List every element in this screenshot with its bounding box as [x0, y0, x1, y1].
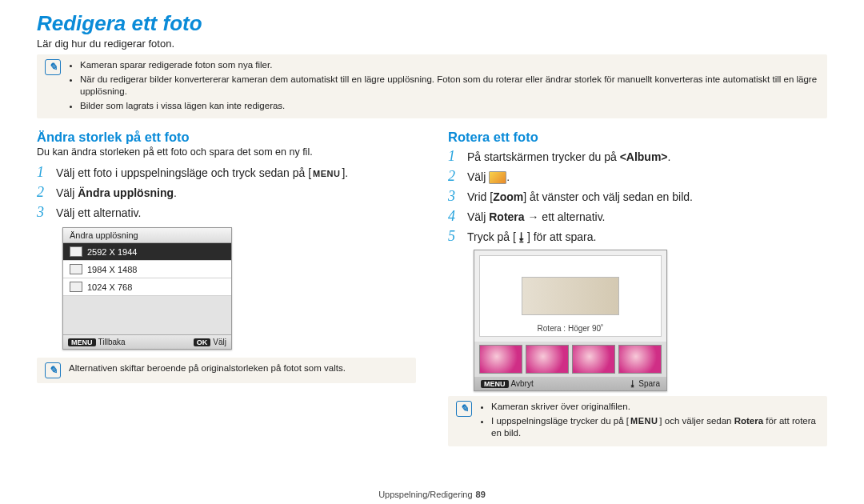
step-number: 1 [448, 148, 459, 165]
rotate-preview: Rotera : Höger 90˚ MENUAvbryt ⭳ Spara [474, 250, 667, 391]
resize-heading: Ändra storlek på ett foto [37, 130, 416, 145]
step-text: På startskärmen trycker du på <Album>. [467, 150, 670, 163]
top-note-box: ✎ Kameran sparar redigerade foton som ny… [37, 54, 827, 118]
resolution-option[interactable]: 1984 X 1488 [63, 261, 231, 278]
resolution-thumb-icon [70, 282, 82, 292]
rotation-label: Rotera : Höger 90˚ [538, 324, 604, 333]
resolution-option[interactable]: 2592 X 1944 [63, 243, 231, 261]
menu-back-button[interactable]: MENUTillbaka [68, 338, 126, 346]
top-note-item: Bilder som lagrats i vissa lägen kan int… [80, 100, 819, 113]
note-icon: ✎ [45, 59, 61, 75]
top-note-item: När du redigerar bilder konvertererar ka… [80, 74, 819, 98]
step-number: 2 [448, 168, 459, 185]
rotate-note-box: ✎ Kameran skriver över originalfilen. I … [448, 396, 827, 446]
step-number: 2 [37, 184, 48, 201]
save-icon: ⭳ [629, 379, 637, 388]
note-icon: ✎ [45, 362, 61, 378]
section-resize: Ändra storlek på ett foto Du kan ändra s… [37, 130, 416, 458]
rotate-note-item: Kameran skriver över originalfilen. [491, 401, 819, 414]
page-title: Redigera ett foto [37, 11, 827, 36]
resolution-menu-header: Ändra upplösning [63, 228, 231, 243]
section-rotate: Rotera ett foto 1 På startskärmen trycke… [448, 130, 827, 458]
resize-note-text: Alternativen skiftar beroende på origina… [69, 362, 346, 378]
page-footer: Uppspelning/Redigering89 [0, 490, 864, 499]
step-text: Tryck på [⭳] för att spara. [467, 230, 596, 243]
step-text: Välj Rotera → ett alternativ. [467, 210, 606, 223]
step-number: 1 [37, 164, 48, 181]
preview-save-button[interactable]: ⭳ Spara [629, 379, 660, 388]
step-number: 5 [448, 228, 459, 245]
top-note-item: Kameran sparar redigerade foton som nya … [80, 59, 819, 72]
menu-select-button[interactable]: OKVälj [194, 338, 226, 346]
thumbnail[interactable] [526, 345, 569, 374]
step-number: 4 [448, 208, 459, 225]
rotate-heading: Rotera ett foto [448, 130, 827, 145]
rotate-note-item: I uppspelningsläge trycker du på [MENU] … [491, 415, 819, 440]
thumbnail[interactable] [572, 345, 615, 374]
step-number: 3 [37, 204, 48, 221]
step-text: Vrid [Zoom] åt vänster och välj sedan en… [467, 190, 693, 203]
step-text: Välj Ändra upplösning. [56, 186, 177, 199]
step-text: Välj ett alternativ. [56, 206, 141, 219]
resolution-thumb-icon [70, 246, 82, 257]
edit-icon [489, 171, 506, 184]
intro-text: Lär dig hur du redigerar foton. [37, 38, 827, 50]
resolution-thumb-icon [70, 264, 82, 274]
save-icon: ⭳ [516, 230, 527, 243]
preview-cancel-button[interactable]: MENUAvbryt [481, 379, 534, 388]
step-text: Välj ett foto i uppspelningsläge och try… [56, 166, 348, 179]
menu-button-label: MENU [311, 169, 342, 178]
thumbnail-strip [474, 342, 666, 377]
resize-note-box: ✎ Alternativen skiftar beroende på origi… [37, 358, 416, 383]
step-number: 3 [448, 188, 459, 205]
thumbnail[interactable] [479, 345, 522, 374]
resolution-option[interactable]: 1024 X 768 [63, 278, 231, 296]
resize-sub: Du kan ändra storleken på ett foto och s… [37, 146, 416, 158]
thumbnail[interactable] [618, 345, 662, 374]
resolution-menu: Ändra upplösning 2592 X 1944 1984 X 1488… [62, 227, 232, 350]
note-icon: ✎ [456, 401, 472, 417]
preview-image [522, 277, 619, 315]
step-text: Välj . [467, 170, 510, 184]
